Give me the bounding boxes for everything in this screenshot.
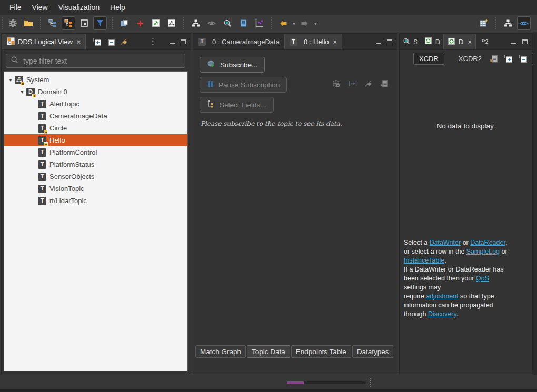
back-arrow-icon[interactable] [276,16,290,30]
left-panel-window-buttons [170,34,191,49]
add-plus-icon[interactable] [133,16,147,30]
filter-funnel-icon[interactable] [93,16,107,30]
width-adjust-icon[interactable] [348,79,357,91]
minimize-icon[interactable] [170,43,175,44]
data-log-icon[interactable] [236,16,250,30]
tab-sample-view[interactable]: S [400,34,421,49]
tab-match-graph[interactable]: Match Graph [195,345,246,358]
back-dropdown-icon[interactable]: ▾ [293,21,295,26]
broom-icon[interactable] [118,36,130,47]
help-link-samplelog[interactable]: SampleLog [466,248,500,255]
tree-item-domain-0[interactable]: ▾DDomain 0 [4,86,187,98]
progress-bar [287,381,366,384]
forward-arrow-icon[interactable] [298,16,312,30]
window-edge [0,389,537,392]
node-graph-box-icon[interactable] [165,16,178,30]
tree-item-platformcontrol[interactable]: TPlatformControl [4,146,187,158]
new-panel-icon[interactable] [117,16,131,30]
pause-subscription-button[interactable]: Pause Subscription [200,77,287,93]
tree-item-label: Hello [49,136,65,144]
scatter-chart-icon[interactable] [252,16,266,30]
xcdr2-button[interactable]: XCDR2 [453,53,488,65]
expand-all-icon[interactable] [502,53,515,65]
collapse-all-icon[interactable] [517,53,530,65]
tab-datatypes[interactable]: Datatypes [352,345,394,358]
filter-input[interactable] [22,56,181,66]
tree-item-rt-lidartopic[interactable]: Trt/LidarTopic [4,195,187,207]
help-link-datareader[interactable]: DataReader [470,239,505,246]
tree-item-cameraimagedata[interactable]: TCameraImageData [4,110,187,122]
topic-icon: T [198,38,206,46]
center-panel-body: Subscribe... Pause Subscription Select F… [193,49,397,359]
logical-tree-orange-icon[interactable] [62,16,75,30]
help-link-adjustment[interactable]: adjustment [426,293,458,300]
statusbar-grip[interactable] [370,378,371,387]
hierarchy-icon[interactable] [501,16,515,30]
tree-item-alerttopic[interactable]: TAlertTopic [4,98,187,110]
tree-item-sensorobjects[interactable]: TSensorObjects [4,170,187,183]
filter-box[interactable] [6,54,185,68]
tab-dds-logical-view[interactable]: DDS Logical View × [2,34,86,49]
subscribe-button[interactable]: Subscribe... [200,57,265,73]
center-panel-header: T 0 : CameraImageData T 0 : Hello × [193,34,397,50]
select-fields-button[interactable]: Select Fields... [200,97,274,113]
help-link-qos[interactable]: QoS [476,275,489,282]
tab-datatype-2[interactable]: D × [443,34,476,49]
topic-icon: T [38,100,46,108]
globe-settings-icon[interactable] [332,79,341,91]
settings-gear-icon[interactable] [6,16,19,30]
broom-disabled-icon[interactable] [364,79,373,91]
tab-topic-data[interactable]: Topic Data [247,345,290,358]
paste-document-icon[interactable] [488,53,500,65]
forward-dropdown-icon[interactable]: ▾ [314,21,317,26]
topic-icon: T [38,160,46,169]
menu-help[interactable]: Help [105,3,131,12]
expand-arrow-icon[interactable]: ▾ [6,77,15,83]
right-panel-window-buttons [511,34,532,49]
help-link-discovery[interactable]: Discovery [428,310,456,318]
maximize-icon[interactable] [522,39,528,44]
tree-item-system[interactable]: ▾System [4,74,187,86]
menu-visualization[interactable]: Visualization [53,3,105,12]
close-icon[interactable]: × [77,38,81,46]
export-box-icon[interactable] [149,16,163,30]
open-folder-icon[interactable] [22,16,35,30]
tab-datatype-1[interactable]: D [421,34,443,49]
tab-camera-image-data[interactable]: T 0 : CameraImageData [193,34,284,49]
help-link-instancetable[interactable]: InstanceTable [404,257,444,264]
tab-overflow-indicator[interactable]: »2 [476,34,490,49]
zoom-search-icon[interactable] [221,16,234,30]
maximize-icon[interactable] [181,39,186,44]
eye-toggle-icon[interactable] [517,16,531,30]
no-data-message: No data to display. [400,122,532,130]
new-table-icon[interactable] [477,16,491,30]
tree-item-circle[interactable]: TCircle [4,122,187,134]
dds-tree: ▾System▾DDomain 0TAlertTopicTCameraImage… [4,71,188,371]
tab-hello[interactable]: T 0 : Hello × [284,34,342,49]
view-menu-icon[interactable]: ⋮ [147,36,158,47]
tree-item-platformstatus[interactable]: TPlatformStatus [4,158,187,170]
minimize-icon[interactable] [376,43,381,44]
tab-endpoints-table[interactable]: Endpoints Table [291,345,351,358]
copy-document-icon[interactable] [380,79,389,91]
menu-file[interactable]: File [4,3,27,12]
close-icon[interactable]: × [468,38,472,46]
menu-view[interactable]: View [27,3,53,12]
topic-icon: T [38,112,46,120]
tree-item-visiontopic[interactable]: TVisionTopic [4,183,187,195]
hierarchy-icon[interactable] [189,16,203,30]
expand-all-icon[interactable] [91,36,103,47]
eye-icon[interactable] [205,16,218,30]
tree-item-hello[interactable]: THello [4,134,187,146]
frame-select-icon[interactable] [77,16,91,30]
close-icon[interactable]: × [333,38,337,46]
collapse-all-icon[interactable] [105,36,116,47]
center-bottom-tabs: Match Graph Topic Data Endpoints Table D… [195,345,394,358]
help-link-datawriter[interactable]: DataWriter [430,239,461,246]
toolbar-grip[interactable] [2,17,3,29]
logical-tree-blue-icon[interactable] [46,16,59,30]
expand-arrow-icon[interactable]: ▾ [18,89,26,95]
xcdr-button[interactable]: XCDR [413,53,444,65]
minimize-icon[interactable] [511,43,516,44]
maximize-icon[interactable] [387,39,392,44]
